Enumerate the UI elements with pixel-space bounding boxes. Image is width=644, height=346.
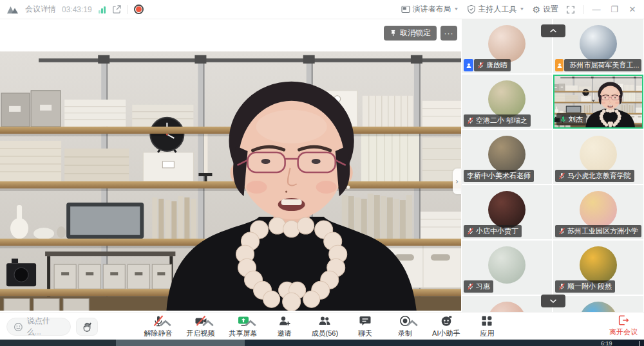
meeting-details-link[interactable]: 会议详情 <box>25 4 56 15</box>
layout-switcher[interactable]: 演讲者布局▼ <box>401 4 459 15</box>
participant-name-label: 李桥中小美术石老师 <box>464 170 534 182</box>
unpin-button[interactable]: 取消锁定 <box>384 26 437 41</box>
gear-icon: ⚙ <box>532 5 540 14</box>
participant-avatar <box>580 246 617 284</box>
taskbar-clock: 6:19 <box>601 340 612 346</box>
mic-muted-icon <box>558 283 565 290</box>
chevron-down-icon <box>549 298 557 304</box>
role-person-icon <box>466 62 472 69</box>
invite-icon <box>278 314 291 327</box>
participant-name-label: 刘杰 <box>556 113 586 125</box>
taskbar-divider <box>639 341 639 346</box>
participant-tile[interactable] <box>462 296 552 312</box>
toolbar-button-label: 邀请 <box>278 329 292 338</box>
mic-muted-icon <box>477 62 484 69</box>
toolbar-button-invite[interactable]: 邀请 <box>272 314 298 338</box>
participant-tile[interactable]: 李桥中小美术石老师 <box>462 130 552 184</box>
participant-name-label: 顺一附小 段然 <box>555 280 615 293</box>
titlebar: 会议详情 03:43:19 演讲者布局▼ 主持人工具▼ ⚙ 设置 — ❐ <box>0 0 644 19</box>
mic-muted-icon <box>558 172 565 179</box>
participant-avatar <box>488 80 526 118</box>
participant-avatar <box>488 136 526 173</box>
close-button[interactable]: ✕ <box>627 5 638 14</box>
toolbar-button-ai-assistant[interactable]: AI小助手 <box>432 314 460 338</box>
toolbar-button-mic-muted[interactable]: 解除静音 <box>144 314 173 338</box>
toolbar-button-label: 解除静音 <box>144 329 173 338</box>
mic-muted-icon <box>152 314 165 327</box>
expand-arrow-icon[interactable] <box>202 317 214 330</box>
pinned-speaker-video <box>0 51 461 311</box>
os-taskbar[interactable]: 6:19 <box>0 340 644 346</box>
toolbar-button-label: 共享屏幕 <box>229 329 258 338</box>
signal-strength-icon[interactable] <box>98 6 106 14</box>
scroll-down-button[interactable] <box>541 295 565 307</box>
scroll-up-button[interactable] <box>541 24 565 37</box>
participant-tile[interactable]: 唐啟晴 <box>462 19 552 73</box>
pushpin-icon <box>390 30 397 37</box>
participant-tile[interactable]: 小店中小贾丁 <box>462 185 552 239</box>
participant-avatar <box>580 25 617 62</box>
meeting-app-window: 会议详情 03:43:19 演讲者布局▼ 主持人工具▼ ⚙ 设置 — ❐ <box>0 0 644 346</box>
mic-muted-icon <box>467 283 474 290</box>
toolbar-button-label: AI小助手 <box>432 329 460 338</box>
participant-tile[interactable]: 顺一附小 段然 <box>553 241 643 295</box>
participant-tile[interactable] <box>553 296 643 312</box>
participant-tile-active-speaker[interactable]: 刘杰 <box>553 75 643 129</box>
settings-button[interactable]: ⚙ 设置 <box>532 4 558 15</box>
participant-avatar <box>580 136 617 173</box>
toolbar-button-apps[interactable]: 应用 <box>474 314 500 338</box>
toolbar-button-label: 聊天 <box>358 329 372 338</box>
participant-tile[interactable]: 苏州市屈荷军美育工... <box>553 19 643 73</box>
role-badge <box>464 59 473 71</box>
meeting-timer: 03:43:19 <box>62 5 92 14</box>
chat-icon <box>359 314 372 327</box>
toolbar-button-members[interactable]: 成员(56) <box>312 314 339 338</box>
expand-arrow-icon[interactable] <box>244 317 257 330</box>
recording-indicator-icon[interactable] <box>134 5 144 14</box>
expand-arrow-icon[interactable] <box>406 317 419 330</box>
participant-avatar <box>488 25 526 62</box>
participant-name-label: 空港二小 邬瑞之 <box>464 114 531 127</box>
participant-avatar <box>580 302 617 312</box>
maximize-button[interactable]: ❐ <box>609 5 620 14</box>
app-logo-icon <box>6 5 19 14</box>
participant-name-label: 唐啟晴 <box>474 59 511 71</box>
leave-meeting-label: 离开会议 <box>609 327 638 337</box>
participant-tile[interactable]: 马小虎北京教育学院 <box>553 130 643 184</box>
record-icon <box>399 314 412 327</box>
participant-avatar <box>488 302 526 312</box>
fullscreen-icon[interactable] <box>566 5 575 14</box>
mic-active-icon <box>560 114 567 124</box>
toolbar-button-label: 开启视频 <box>187 329 215 338</box>
camera-off-icon <box>194 314 207 327</box>
toolbar-button-chat[interactable]: 聊天 <box>352 314 378 338</box>
participant-name-label: 习惠 <box>464 280 493 293</box>
toolbar-button-label: 成员(56) <box>312 329 339 338</box>
toolbar-button-label: 录制 <box>398 329 412 338</box>
apps-icon <box>480 314 493 327</box>
chevron-up-icon <box>549 28 557 33</box>
mic-muted-icon <box>558 228 565 235</box>
toolbar-button-camera-off[interactable]: 开启视频 <box>187 314 215 338</box>
leave-meeting-button[interactable]: 离开会议 <box>609 314 638 337</box>
participant-tile[interactable]: 空港二小 邬瑞之 <box>462 75 552 129</box>
members-icon <box>318 314 331 327</box>
toolbar-button-screen-share[interactable]: 共享屏幕 <box>229 314 258 338</box>
toolbar-button-record[interactable]: 录制 <box>392 314 418 338</box>
bottom-toolbar: 说点什么... 解除静音开启视频共享屏幕邀请成员(56)聊天录制AI小助手应用 … <box>0 312 644 340</box>
divider <box>128 5 128 14</box>
participant-tile[interactable]: 苏州工业园区方洲小学 <box>553 185 643 239</box>
role-person-icon <box>556 62 563 69</box>
screen-share-icon <box>237 314 250 327</box>
minimize-button[interactable]: — <box>591 5 601 14</box>
expand-arrow-icon[interactable] <box>159 317 172 330</box>
open-external-icon[interactable] <box>112 5 122 14</box>
main-video-stage: 取消锁定 ··· › <box>0 19 461 312</box>
participant-name-label: 苏州市屈荷军美育工... <box>564 59 641 71</box>
participant-grid: 唐啟晴苏州市屈荷军美育工...空港二小 邬瑞之刘杰李桥中小美术石老师马小虎北京教… <box>462 19 644 312</box>
collapse-panel-handle[interactable]: › <box>453 168 461 194</box>
host-tools-menu[interactable]: 主持人工具▼ <box>467 4 525 15</box>
participant-tile[interactable]: 习惠 <box>462 241 552 295</box>
toolbar-button-label: 应用 <box>480 329 494 338</box>
more-options-button[interactable]: ··· <box>440 26 457 41</box>
